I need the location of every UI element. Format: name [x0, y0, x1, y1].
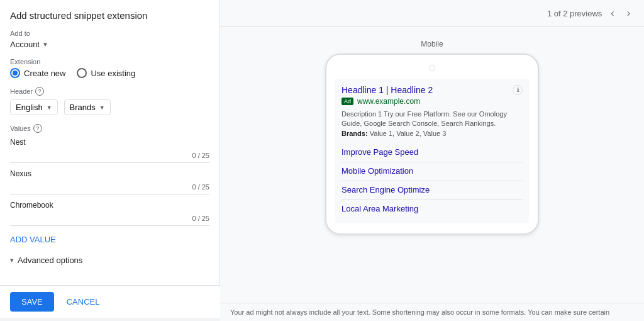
value-item-3: Chromebook 0 / 25 [10, 201, 209, 226]
add-to-label: Add to [10, 30, 209, 37]
value3-input-row: 0 / 25 [10, 211, 209, 226]
header-label-text: Header [10, 87, 33, 95]
create-new-label: Create new [24, 69, 65, 78]
ad-headline: Headline 1 | Headline 2 ℹ [341, 85, 523, 95]
panel-title: Add structured snippet extension [10, 10, 209, 21]
brands-label: Brands: [341, 130, 368, 137]
value3-input[interactable] [10, 211, 189, 225]
ad-url: www.example.com [357, 97, 420, 106]
use-existing-label: Use existing [91, 69, 135, 78]
next-arrow-button[interactable]: › [623, 6, 634, 20]
value2-label: Nexus [10, 169, 209, 178]
ad-link-1: Improve Page Speed [341, 144, 523, 160]
header-help-icon[interactable]: ? [35, 87, 44, 96]
value-item-2: Nexus 0 / 25 [10, 169, 209, 194]
headline-text: Headline 1 | Headline 2 [341, 85, 433, 95]
language-dropdown[interactable]: English ▼ [10, 99, 58, 115]
ad-url-row: Ad www.example.com [341, 97, 523, 106]
phone-dot [429, 65, 435, 71]
save-button[interactable]: SAVE [10, 292, 54, 312]
advanced-options[interactable]: ▾ Advanced options [10, 256, 209, 265]
extension-section: Extension Create new Use existing [10, 58, 209, 78]
header-section: Header ? English ▼ Brands ▼ [10, 87, 209, 115]
ad-card: Headline 1 | Headline 2 ℹ Ad www.example… [335, 79, 529, 223]
preview-header: 1 of 2 previews ‹ › [220, 0, 644, 27]
values-help-icon[interactable]: ? [33, 124, 42, 133]
header-dropdowns: English ▼ Brands ▼ [10, 99, 209, 115]
create-new-radio[interactable] [10, 68, 20, 78]
extension-label: Extension [10, 58, 209, 65]
bottom-note: Your ad might not always include all you… [220, 303, 644, 321]
add-to-dropdown[interactable]: Account ▼ [10, 40, 48, 49]
value3-label: Chromebook [10, 201, 209, 210]
header-type-arrow-icon: ▼ [99, 104, 105, 111]
use-existing-radio[interactable] [77, 68, 87, 78]
header-label: Header ? [10, 87, 209, 96]
value1-count: 0 / 25 [192, 152, 209, 159]
radio-group: Create new Use existing [10, 68, 209, 78]
right-panel: 1 of 2 previews ‹ › Mobile Headline 1 | … [220, 0, 644, 321]
language-arrow-icon: ▼ [47, 104, 52, 111]
preview-counter: 1 of 2 previews [547, 9, 602, 18]
advanced-options-label: Advanced options [18, 256, 82, 265]
preview-body: Mobile Headline 1 | Headline 2 ℹ Ad www.… [220, 27, 644, 303]
preview-nav: 1 of 2 previews ‹ › [547, 6, 634, 20]
brands-values: Value 1, Value 2, Value 3 [370, 130, 447, 137]
header-type-value: Brands [70, 103, 96, 112]
ad-badge: Ad [341, 98, 353, 105]
add-to-arrow-icon: ▼ [42, 41, 48, 48]
create-new-option[interactable]: Create new [10, 68, 65, 78]
values-label: Values ? [10, 124, 209, 133]
values-label-text: Values [10, 125, 31, 132]
phone-mockup: Headline 1 | Headline 2 ℹ Ad www.example… [325, 54, 539, 235]
ad-link-3: Search Engine Optimize [341, 181, 523, 198]
value-item-1: Nest 0 / 25 [10, 138, 209, 163]
ad-desc-text: Description 1 Try our Free Platform. See… [341, 110, 507, 127]
value2-count: 0 / 25 [192, 183, 209, 191]
cancel-button[interactable]: CANCEL [62, 292, 105, 312]
ad-link-4: Local Area Marketing [341, 200, 523, 217]
add-value-button[interactable]: ADD VALUE [10, 232, 56, 247]
value1-input-row: 0 / 25 [10, 148, 209, 163]
ad-description: Description 1 Try our Free Platform. See… [341, 110, 523, 138]
header-type-dropdown[interactable]: Brands ▼ [64, 99, 111, 115]
value2-input[interactable] [10, 179, 189, 194]
value1-label: Nest [10, 138, 209, 147]
value3-count: 0 / 25 [192, 215, 209, 222]
use-existing-option[interactable]: Use existing [77, 68, 135, 78]
prev-arrow-button[interactable]: ‹ [607, 6, 618, 20]
ad-info-icon[interactable]: ℹ [513, 85, 523, 95]
value2-input-row: 0 / 25 [10, 179, 209, 194]
bottom-bar: SAVE CANCEL [0, 285, 220, 318]
values-section: Values ? Nest 0 / 25 Nexus [10, 124, 209, 226]
mobile-label: Mobile [421, 40, 443, 48]
add-to-value: Account [10, 40, 40, 49]
ad-links: Improve Page Speed Mobile Optimization S… [341, 144, 523, 217]
chevron-down-icon: ▾ [10, 256, 14, 264]
add-to-section: Add to Account ▼ [10, 30, 209, 49]
ad-link-2: Mobile Optimization [341, 162, 523, 179]
language-value: English [16, 103, 43, 112]
value1-input[interactable] [10, 148, 189, 162]
